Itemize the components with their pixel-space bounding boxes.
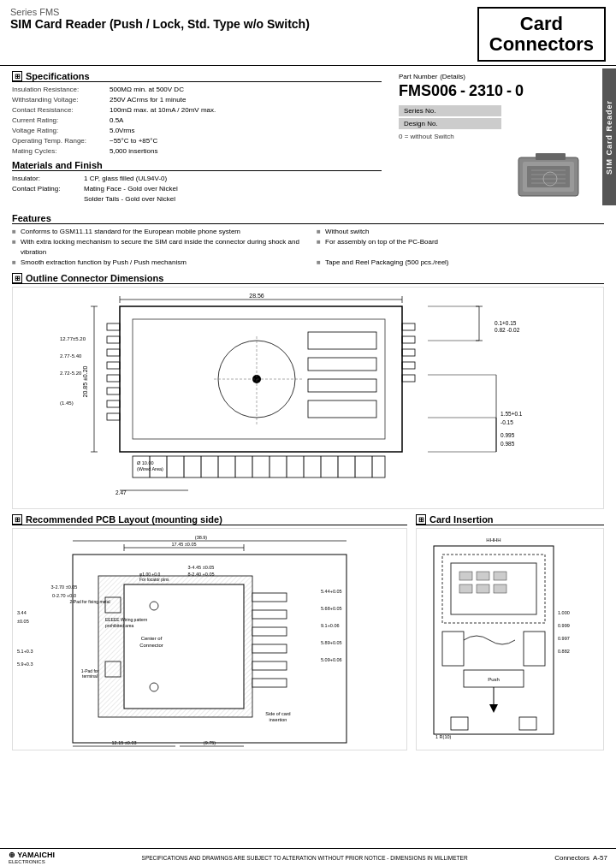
svg-text:0.882: 0.882 (558, 649, 570, 654)
svg-rect-22 (402, 362, 415, 369)
svg-rect-134 (459, 572, 472, 580)
svg-rect-14 (107, 362, 120, 369)
svg-rect-47 (133, 456, 385, 477)
features-title: Features (12, 213, 604, 224)
pcb-icon: ⊞ (12, 514, 22, 525)
svg-text:EEEEE Wiring pattern: EEEEE Wiring pattern (105, 617, 147, 622)
svg-rect-139 (494, 584, 506, 593)
outline-section: ⊞ Outline Connector Dimensions (12, 273, 604, 509)
svg-text:terminal: terminal (82, 673, 98, 679)
svg-rect-138 (477, 584, 489, 593)
feature-item: ■With extra locking mechanism to secure … (12, 237, 299, 258)
svg-text:Side of card: Side of card (265, 711, 290, 716)
spec-row: Voltage Rating:5.0Vrms (12, 126, 382, 136)
pn-note: 0 = without Switch (399, 133, 604, 140)
specs-part-row: ⊞ Specifications Insulation Resistance:5… (12, 71, 604, 206)
svg-rect-31 (308, 400, 376, 418)
product-image-area (399, 149, 604, 206)
svg-text:0.985: 0.985 (500, 441, 515, 447)
svg-text:(1.45): (1.45) (60, 400, 74, 406)
footer-sublogo: ELECTRONICS (9, 859, 55, 864)
svg-rect-7 (536, 153, 566, 160)
svg-rect-12 (107, 336, 120, 343)
pn-code: FMS006 - 2310 - 0 (399, 82, 604, 100)
svg-rect-146 (451, 717, 468, 730)
svg-marker-145 (489, 704, 498, 713)
svg-text:2.77-5.40: 2.77-5.40 (60, 353, 82, 359)
spec-row: Mating Cycles:5,000 insertions (12, 146, 382, 157)
svg-text:For locator pins: For locator pins (139, 577, 169, 582)
svg-text:5.9+0.3: 5.9+0.3 (17, 661, 33, 667)
svg-text:0.82 -0.02: 0.82 -0.02 (495, 327, 520, 333)
svg-text:1.55+0.1: 1.55+0.1 (500, 411, 523, 417)
product-title: SIM Card Reader (Push / Lock, Std. Type … (10, 17, 310, 31)
svg-rect-87 (252, 661, 287, 670)
svg-text:0-2.70 +0.0: 0-2.70 +0.0 (52, 593, 76, 598)
feature-item: ■Tape and Reel Packaging (500 pcs./reel) (317, 258, 604, 268)
svg-text:3-4.45 ±0.05: 3-4.45 ±0.05 (188, 565, 215, 570)
svg-text:Push: Push (488, 677, 500, 682)
mat-row: Insulator:1 CP, glass filled (UL94V-0) (12, 174, 382, 184)
materials-block: Materials and Finish Insulator:1 CP, gla… (12, 160, 382, 205)
svg-rect-30 (308, 379, 376, 392)
ci-icon: ⊞ (416, 514, 426, 525)
product-image (514, 149, 587, 205)
specs-block: ⊞ Specifications Insulation Resistance:5… (12, 71, 382, 206)
svg-rect-141 (524, 632, 545, 666)
card-insertion-title: ⊞ Card Insertion (416, 514, 604, 525)
outline-diagram: 28.56 20.85 ±0.20 0.1+0.15 0.82 -0.02 (12, 287, 604, 509)
footer-page: Connectors A-57 (554, 854, 607, 862)
feature-item: ■For assembly on top of the PC-Board (317, 237, 604, 258)
spec-row: Insulation Resistance:500MΩ min. at 500V… (12, 85, 382, 95)
pn-title: Part Number (Details) (399, 71, 604, 80)
svg-text:(38.9): (38.9) (195, 535, 208, 540)
svg-text:8-2.40 +0.05: 8-2.40 +0.05 (187, 572, 214, 577)
page-header: Series FMS SIM Card Reader (Push / Lock,… (0, 0, 616, 66)
svg-text:(Wired Area): (Wired Area) (137, 466, 163, 472)
svg-text:3.44: 3.44 (17, 610, 27, 615)
mat-row: Contact Plating:Mating Face - Gold over … (12, 184, 382, 194)
svg-text:5.09+0.06: 5.09+0.06 (321, 657, 342, 662)
svg-text:17.45 ±0.05: 17.45 ±0.05 (171, 542, 196, 547)
svg-text:Connector: Connector (139, 643, 163, 648)
svg-rect-16 (107, 388, 120, 394)
svg-text:3-2.70 ±0.05: 3-2.70 ±0.05 (51, 584, 78, 590)
category-box: Card Connectors (477, 7, 606, 62)
svg-text:2-Pad for fixing metal: 2-Pad for fixing metal (69, 599, 110, 604)
svg-rect-21 (402, 349, 415, 356)
spec-row: Withstanding Voltage:250V ACrms for 1 mi… (12, 95, 382, 105)
svg-text:insertion: insertion (270, 717, 287, 722)
feature-item: ■Smooth extraction function by Push / Pu… (12, 258, 299, 268)
svg-rect-83 (252, 593, 287, 602)
svg-rect-137 (459, 584, 472, 593)
bottom-section: ⊞ Recommended PCB Layout (mounting side) (12, 514, 604, 780)
pcb-svg: Center of Connector Side of card inserti… (13, 529, 381, 750)
category-connectors: Connectors (489, 34, 594, 55)
outline-title: ⊞ Outline Connector Dimensions (12, 273, 604, 284)
svg-text:0.995: 0.995 (500, 432, 515, 438)
svg-rect-88 (252, 679, 287, 687)
svg-rect-18 (107, 413, 120, 420)
pcb-layout-block: ⊞ Recommended PCB Layout (mounting side) (12, 514, 407, 780)
svg-rect-17 (107, 400, 120, 407)
specs-icon: ⊞ (12, 71, 22, 81)
svg-text:2.47: 2.47 (116, 489, 127, 495)
features-list: ■Conforms to GSM11.11 standard for the E… (12, 227, 604, 268)
svg-text:1 R(10): 1 R(10) (435, 734, 452, 739)
svg-text:28.56: 28.56 (249, 293, 264, 299)
svg-text:9.1+0.06: 9.1+0.06 (321, 623, 340, 628)
svg-text:0.999: 0.999 (558, 623, 570, 628)
svg-text:(9.75): (9.75) (204, 740, 216, 745)
feature-item: ■Conforms to GSM11.11 standard for the E… (12, 227, 299, 237)
card-insertion-block: ⊞ Card Insertion (416, 514, 604, 780)
svg-text:2.72-5.20: 2.72-5.20 (60, 371, 82, 376)
svg-text:5.44+0.05: 5.44+0.05 (321, 589, 342, 594)
side-label: SIM Card Reader (602, 68, 616, 205)
svg-text:5.1+0.3: 5.1+0.3 (17, 649, 33, 654)
feature-item: ■Without switch (317, 227, 604, 237)
ci-svg: Push 1.000 0.999 0.997 0.882 1 R(10) ΗΗΗ… (417, 529, 601, 750)
main-content: ⊞ Specifications Insulation Resistance:5… (0, 66, 616, 783)
svg-text:ΗΗΗΗ: ΗΗΗΗ (486, 537, 500, 543)
svg-text:prohibited area: prohibited area (105, 623, 134, 628)
pn-design-label: Design No. (399, 118, 501, 129)
